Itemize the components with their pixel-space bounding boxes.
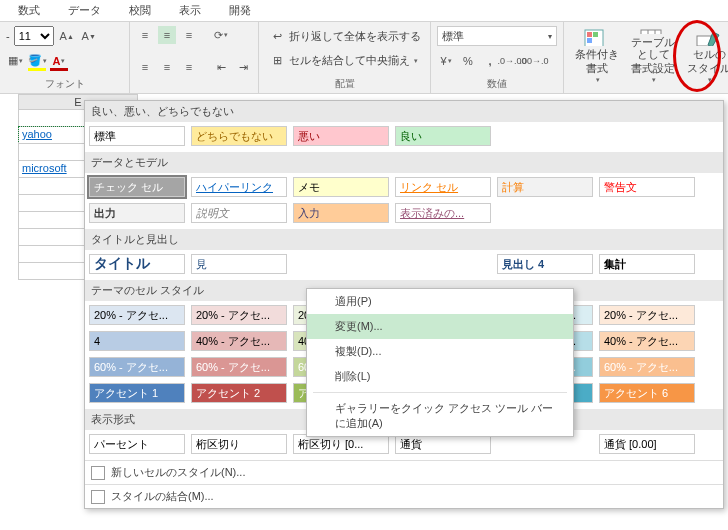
- wrap-text-button[interactable]: ↩ 折り返して全体を表示する: [265, 26, 424, 46]
- orientation-icon[interactable]: ⟳▾: [212, 26, 230, 44]
- gallery-category: タイトルと見出し: [85, 229, 723, 250]
- align-right-icon[interactable]: ≡: [180, 58, 198, 76]
- cell-styles-button[interactable]: セルのスタイル▾: [682, 26, 728, 86]
- style-swatch[interactable]: 見出し 4: [497, 254, 593, 274]
- style-swatch[interactable]: 標準: [89, 126, 185, 146]
- cell-styles-icon: [695, 28, 723, 46]
- style-swatch[interactable]: 良い: [395, 126, 491, 146]
- font-size-select[interactable]: 11: [14, 26, 54, 46]
- style-swatch[interactable]: 桁区切り: [191, 434, 287, 454]
- style-swatch[interactable]: 入力: [293, 203, 389, 223]
- style-swatch[interactable]: 計算: [497, 177, 593, 197]
- align-center-icon[interactable]: ≡: [158, 58, 176, 76]
- percent-icon[interactable]: %: [459, 52, 477, 70]
- separator: [313, 392, 567, 393]
- style-swatch[interactable]: アクセント 1: [89, 383, 185, 403]
- style-swatch[interactable]: 説明文: [191, 203, 287, 223]
- style-swatch[interactable]: 見: [191, 254, 287, 274]
- wrap-text-label: 折り返して全体を表示する: [289, 29, 421, 44]
- style-swatch[interactable]: [497, 434, 593, 454]
- style-swatch[interactable]: タイトル: [89, 254, 185, 274]
- gallery-category: データとモデル: [85, 152, 723, 173]
- tab-data[interactable]: データ: [54, 0, 115, 21]
- gallery-category: 良い、悪い、どちらでもない: [85, 101, 723, 122]
- increase-decimal-icon[interactable]: .0→.00: [503, 52, 521, 70]
- comma-icon[interactable]: ,: [481, 52, 499, 70]
- tab-formula[interactable]: 数式: [4, 0, 54, 21]
- align-middle-icon[interactable]: ≡: [158, 26, 176, 44]
- align-left-icon[interactable]: ≡: [136, 58, 154, 76]
- style-swatch[interactable]: 表示済みの...: [395, 203, 491, 223]
- ctx-modify[interactable]: 変更(M)...: [307, 314, 573, 339]
- conditional-formatting-icon: [583, 28, 611, 46]
- format-as-table-button[interactable]: テーブルとして書式設定▾: [626, 26, 680, 86]
- style-swatch[interactable]: 4: [89, 331, 185, 351]
- style-swatch[interactable]: アクセント 6: [599, 383, 695, 403]
- ribbon-tabs: 数式 データ 校閲 表示 開発: [0, 0, 728, 22]
- indent-decrease-icon[interactable]: ⇤: [212, 58, 230, 76]
- group-alignment-2: ↩ 折り返して全体を表示する ⊞ セルを結合して中央揃え ▾ 配置: [259, 22, 431, 93]
- style-swatch[interactable]: 悪い: [293, 126, 389, 146]
- merge-styles[interactable]: スタイルの結合(M)...: [85, 484, 723, 508]
- style-swatch[interactable]: 60% - アクセ...: [599, 357, 695, 377]
- ctx-duplicate[interactable]: 複製(D)...: [307, 339, 573, 364]
- style-swatch[interactable]: 60% - アクセ...: [89, 357, 185, 377]
- style-swatch[interactable]: 20% - アクセ...: [599, 305, 695, 325]
- style-swatch[interactable]: どちらでもない: [191, 126, 287, 146]
- group-styles: 条件付き書式▾ テーブルとして書式設定▾ セルのスタイル▾: [564, 22, 728, 93]
- merge-center-label: セルを結合して中央揃え: [289, 53, 410, 68]
- tab-developer[interactable]: 開発: [215, 0, 265, 21]
- merge-icon: ⊞: [268, 52, 286, 70]
- currency-icon[interactable]: ¥▾: [437, 52, 455, 70]
- ctx-delete[interactable]: 削除(L): [307, 364, 573, 389]
- group-number: 標準 ¥▾ % , .0→.00 .00→.0 数値: [431, 22, 564, 93]
- new-cell-style[interactable]: 新しいセルのスタイル(N)...: [85, 460, 723, 484]
- style-swatch[interactable]: 通貨: [395, 434, 491, 454]
- fill-color-icon[interactable]: 🪣▾: [28, 52, 46, 70]
- style-swatch[interactable]: 通貨 [0.00]: [599, 434, 695, 454]
- align-top-icon[interactable]: ≡: [136, 26, 154, 44]
- style-swatch[interactable]: ハイパーリンク: [191, 177, 287, 197]
- style-swatch[interactable]: 60% - アクセ...: [191, 357, 287, 377]
- svg-rect-1: [587, 32, 592, 37]
- style-swatch[interactable]: 20% - アクセ...: [89, 305, 185, 325]
- style-swatch[interactable]: チェック セル: [89, 177, 185, 197]
- ribbon: - 11 A▲ A▼ ▦▾ 🪣▾ A▾ フォント ≡ ≡ ≡ ⟳▾ ≡ ≡ ≡ …: [0, 22, 728, 94]
- style-swatch[interactable]: 桁区切り [0...: [293, 434, 389, 454]
- style-swatch[interactable]: 出力: [89, 203, 185, 223]
- style-swatch[interactable]: メモ: [293, 177, 389, 197]
- conditional-formatting-button[interactable]: 条件付き書式▾: [570, 26, 624, 86]
- merge-styles-icon: [91, 490, 105, 504]
- number-format-select[interactable]: 標準: [437, 26, 557, 46]
- style-swatch[interactable]: [293, 254, 389, 274]
- style-swatch[interactable]: [395, 254, 491, 274]
- style-swatch[interactable]: 警告文: [599, 177, 695, 197]
- ctx-apply[interactable]: 適用(P): [307, 289, 573, 314]
- style-swatch[interactable]: 集計: [599, 254, 695, 274]
- decrease-decimal-icon[interactable]: .00→.0: [525, 52, 543, 70]
- style-swatch[interactable]: リンク セル: [395, 177, 491, 197]
- group-font: - 11 A▲ A▼ ▦▾ 🪣▾ A▾ フォント: [0, 22, 130, 93]
- merge-center-button[interactable]: ⊞ セルを結合して中央揃え ▾: [265, 51, 424, 71]
- borders-icon[interactable]: ▦▾: [6, 52, 24, 70]
- font-group-label: フォント: [6, 75, 123, 91]
- indent-increase-icon[interactable]: ⇥: [234, 58, 252, 76]
- ctx-add-to-qat[interactable]: ギャラリーをクイック アクセス ツール バーに追加(A): [307, 396, 573, 436]
- svg-rect-4: [641, 30, 661, 34]
- tab-review[interactable]: 校閲: [115, 0, 165, 21]
- svg-rect-3: [587, 38, 592, 43]
- font-color-icon[interactable]: A▾: [50, 52, 68, 70]
- style-swatch[interactable]: 40% - アクセ...: [191, 331, 287, 351]
- style-context-menu: 適用(P) 変更(M)... 複製(D)... 削除(L) ギャラリーをクイック…: [306, 288, 574, 437]
- font-size-label: -: [6, 30, 10, 42]
- style-swatch[interactable]: 40% - アクセ...: [599, 331, 695, 351]
- table-icon: [639, 28, 667, 34]
- alignment-group-label: 配置: [265, 75, 424, 91]
- decrease-font-icon[interactable]: A▼: [80, 27, 98, 45]
- style-swatch[interactable]: パーセント: [89, 434, 185, 454]
- style-swatch[interactable]: アクセント 2: [191, 383, 287, 403]
- style-swatch[interactable]: 20% - アクセ...: [191, 305, 287, 325]
- increase-font-icon[interactable]: A▲: [58, 27, 76, 45]
- align-bottom-icon[interactable]: ≡: [180, 26, 198, 44]
- tab-view[interactable]: 表示: [165, 0, 215, 21]
